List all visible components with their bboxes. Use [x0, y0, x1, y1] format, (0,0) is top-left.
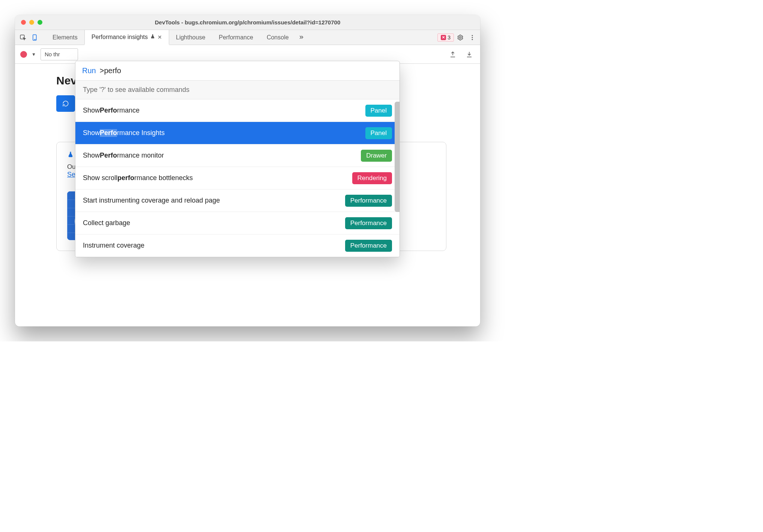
window-close-button[interactable] [21, 20, 26, 25]
experiment-icon [67, 151, 74, 158]
command-item-badge: Rendering [352, 172, 392, 184]
command-item-badge: Panel [365, 127, 392, 139]
command-item-badge: Panel [365, 105, 392, 117]
command-item-label: Show Performance [83, 107, 140, 114]
command-item-badge: Performance [345, 217, 392, 229]
tab-label: Lighthouse [176, 34, 205, 41]
command-item[interactable]: Start instrumenting coverage and reload … [75, 189, 400, 212]
settings-icon[interactable] [455, 32, 466, 43]
devtools-tabstrip: Elements Performance insights ✕ Lighthou… [15, 30, 480, 45]
run-prefix: Run [82, 66, 96, 75]
window-zoom-button[interactable] [38, 20, 42, 25]
issues-count: 3 [448, 35, 451, 41]
more-tabs-icon[interactable] [296, 32, 307, 43]
command-item-label: Show scroll performance bottlenecks [83, 174, 193, 182]
close-tab-icon[interactable]: ✕ [158, 34, 162, 40]
devtools-window: DevTools - bugs.chromium.org/p/chromium/… [15, 15, 480, 326]
throttling-value: No thr [45, 51, 60, 57]
tab-list: Elements Performance insights ✕ Lighthou… [46, 30, 437, 45]
record-options-caret-icon[interactable]: ▼ [32, 52, 36, 57]
command-item-badge: Performance [345, 195, 392, 207]
command-item-label: Show Performance monitor [83, 152, 164, 159]
command-palette: Run >perfo Type '?' to see available com… [75, 61, 400, 257]
command-query: >perfo [100, 66, 121, 75]
tab-label: Performance [219, 34, 253, 41]
tab-label: Console [267, 34, 289, 41]
command-item-label: Show Performance Insights [83, 129, 165, 137]
command-item[interactable]: Show Performance monitorDrawer [75, 144, 400, 167]
export-icon[interactable] [447, 49, 458, 60]
error-icon: ✕ [441, 35, 446, 40]
tab-performance[interactable]: Performance [212, 30, 260, 45]
svg-point-3 [460, 36, 461, 38]
command-query-text: perfo [104, 66, 121, 75]
command-item-label: Instrument coverage [83, 242, 144, 249]
svg-point-5 [472, 37, 473, 38]
tab-console[interactable]: Console [260, 30, 296, 45]
tab-label: Elements [53, 34, 78, 41]
tab-elements[interactable]: Elements [46, 30, 84, 45]
svg-point-6 [472, 39, 473, 40]
measure-page-load-button[interactable] [56, 95, 75, 112]
scrollbar-thumb[interactable] [395, 102, 400, 212]
tab-label: Performance insights [92, 34, 148, 41]
experiment-icon [150, 34, 155, 41]
throttling-select[interactable]: No thr [41, 48, 78, 60]
record-button[interactable] [20, 51, 27, 58]
window-minimize-button[interactable] [29, 20, 34, 25]
command-results: Show PerformancePanelShow Performance In… [75, 99, 400, 257]
command-prefix: > [100, 66, 104, 75]
inspect-icon[interactable] [17, 32, 29, 43]
intro-text: Ou [67, 163, 76, 170]
issues-badge[interactable]: ✕ 3 [437, 33, 454, 42]
command-item-label: Collect garbage [83, 219, 130, 227]
device-toggle-icon[interactable] [29, 32, 41, 43]
traffic-lights [15, 20, 42, 25]
command-item[interactable]: Show scroll performance bottlenecksRende… [75, 167, 400, 189]
command-item-badge: Performance [345, 240, 392, 252]
command-item[interactable]: Instrument coveragePerformance [75, 234, 400, 257]
import-icon[interactable] [464, 49, 475, 60]
titlebar: DevTools - bugs.chromium.org/p/chromium/… [15, 15, 480, 30]
command-item[interactable]: Show Performance InsightsPanel [75, 122, 400, 144]
command-input[interactable]: Run >perfo [75, 61, 400, 81]
kebab-menu-icon[interactable] [467, 32, 478, 43]
feedback-link[interactable]: Se [67, 171, 75, 178]
scrollbar[interactable] [395, 102, 398, 255]
command-item[interactable]: Show PerformancePanel [75, 99, 400, 122]
window-title: DevTools - bugs.chromium.org/p/chromium/… [15, 19, 480, 26]
command-item-badge: Drawer [361, 150, 392, 162]
tab-lighthouse[interactable]: Lighthouse [169, 30, 212, 45]
tab-performance-insights[interactable]: Performance insights ✕ [84, 30, 169, 45]
svg-point-4 [472, 35, 473, 36]
command-hint: Type '?' to see available commands [75, 81, 400, 99]
command-item[interactable]: Collect garbagePerformance [75, 212, 400, 234]
command-item-label: Start instrumenting coverage and reload … [83, 197, 220, 204]
feedback-link-text: Se [67, 171, 75, 178]
reload-icon [62, 100, 69, 107]
